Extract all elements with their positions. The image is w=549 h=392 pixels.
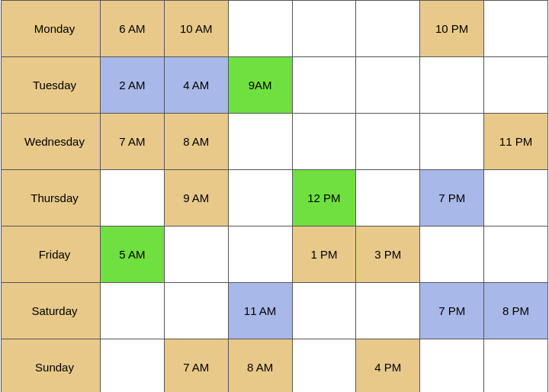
cell-r4-c6[interactable] [484,227,548,283]
cell-r2-c2[interactable] [228,114,292,170]
cell-r1-c6[interactable] [484,57,548,114]
cell-r5-c3[interactable] [292,283,356,339]
cell-r6-c5[interactable] [420,339,484,393]
cell-r1-c0[interactable]: 2 AM [101,57,165,114]
cell-r2-c3[interactable] [292,114,356,170]
cell-r4-c0[interactable]: 5 AM [101,227,165,283]
cell-r4-c2[interactable] [228,227,292,283]
cell-r0-c2[interactable] [228,1,292,57]
cell-r5-c5[interactable]: 7 PM [420,283,484,339]
day-label-thursday: Thursday [2,170,101,227]
cell-r6-c1[interactable]: 7 AM [164,339,228,393]
cell-r3-c3[interactable]: 12 PM [292,170,356,227]
cell-r1-c5[interactable] [420,57,484,114]
cell-r5-c4[interactable] [356,283,420,339]
cell-r0-c1[interactable]: 10 AM [164,1,228,57]
cell-r1-c3[interactable] [292,57,356,114]
day-label-tuesday: Tuesday [2,57,101,114]
cell-r1-c4[interactable] [356,57,420,114]
cell-r6-c0[interactable] [101,339,165,393]
day-label-wednesday: Wednesday [2,114,101,170]
cell-r3-c5[interactable]: 7 PM [420,170,484,227]
cell-r4-c5[interactable] [420,227,484,283]
cell-r5-c0[interactable] [101,283,165,339]
cell-r4-c4[interactable]: 3 PM [356,227,420,283]
day-label-saturday: Saturday [2,283,101,339]
day-label-sunday: Sunday [2,339,101,393]
cell-r2-c6[interactable]: 11 PM [484,114,548,170]
cell-r4-c1[interactable] [164,227,228,283]
cell-r3-c1[interactable]: 9 AM [164,170,228,227]
cell-r0-c4[interactable] [356,1,420,57]
cell-r1-c1[interactable]: 4 AM [164,57,228,114]
cell-r3-c6[interactable] [484,170,548,227]
day-label-friday: Friday [2,227,101,283]
cell-r6-c4[interactable]: 4 PM [356,339,420,393]
cell-r4-c3[interactable]: 1 PM [292,227,356,283]
schedule-grid: Monday6 AM10 AM10 PMTuesday2 AM4 AM9AMWe… [1,0,548,392]
day-label-monday: Monday [2,1,101,57]
cell-r3-c4[interactable] [356,170,420,227]
cell-r0-c3[interactable] [292,1,356,57]
cell-r0-c6[interactable] [484,1,548,57]
cell-r3-c0[interactable] [101,170,165,227]
cell-r1-c2[interactable]: 9AM [228,57,292,114]
cell-r6-c6[interactable] [484,339,548,393]
cell-r0-c0[interactable]: 6 AM [101,1,165,57]
cell-r2-c0[interactable]: 7 AM [101,114,165,170]
cell-r2-c5[interactable] [420,114,484,170]
cell-r0-c5[interactable]: 10 PM [420,1,484,57]
cell-r2-c4[interactable] [356,114,420,170]
cell-r6-c3[interactable] [292,339,356,393]
cell-r2-c1[interactable]: 8 AM [164,114,228,170]
cell-r3-c2[interactable] [228,170,292,227]
cell-r5-c2[interactable]: 11 AM [228,283,292,339]
cell-r6-c2[interactable]: 8 AM [228,339,292,393]
cell-r5-c1[interactable] [164,283,228,339]
cell-r5-c6[interactable]: 8 PM [484,283,548,339]
